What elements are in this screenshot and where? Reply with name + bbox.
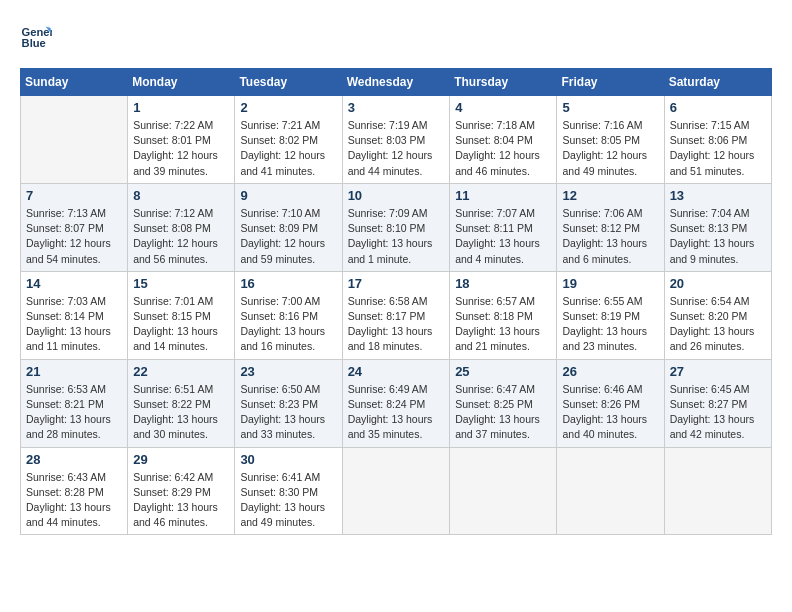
calendar-cell: 12Sunrise: 7:06 AM Sunset: 8:12 PM Dayli…: [557, 183, 664, 271]
calendar-cell: 5Sunrise: 7:16 AM Sunset: 8:05 PM Daylig…: [557, 96, 664, 184]
day-number: 20: [670, 276, 766, 291]
calendar-cell: 20Sunrise: 6:54 AM Sunset: 8:20 PM Dayli…: [664, 271, 771, 359]
calendar-cell: 27Sunrise: 6:45 AM Sunset: 8:27 PM Dayli…: [664, 359, 771, 447]
day-info: Sunrise: 7:12 AM Sunset: 8:08 PM Dayligh…: [133, 206, 229, 267]
logo-icon: General Blue: [20, 20, 52, 52]
day-number: 6: [670, 100, 766, 115]
week-row-2: 7Sunrise: 7:13 AM Sunset: 8:07 PM Daylig…: [21, 183, 772, 271]
calendar-cell: 9Sunrise: 7:10 AM Sunset: 8:09 PM Daylig…: [235, 183, 342, 271]
day-number: 27: [670, 364, 766, 379]
day-number: 17: [348, 276, 445, 291]
day-number: 2: [240, 100, 336, 115]
weekday-header-sunday: Sunday: [21, 69, 128, 96]
calendar-cell: 14Sunrise: 7:03 AM Sunset: 8:14 PM Dayli…: [21, 271, 128, 359]
week-row-3: 14Sunrise: 7:03 AM Sunset: 8:14 PM Dayli…: [21, 271, 772, 359]
calendar-cell: 1Sunrise: 7:22 AM Sunset: 8:01 PM Daylig…: [128, 96, 235, 184]
day-info: Sunrise: 7:16 AM Sunset: 8:05 PM Dayligh…: [562, 118, 658, 179]
day-number: 15: [133, 276, 229, 291]
weekday-header-wednesday: Wednesday: [342, 69, 450, 96]
day-info: Sunrise: 7:03 AM Sunset: 8:14 PM Dayligh…: [26, 294, 122, 355]
weekday-header-tuesday: Tuesday: [235, 69, 342, 96]
calendar-cell: 2Sunrise: 7:21 AM Sunset: 8:02 PM Daylig…: [235, 96, 342, 184]
calendar-cell: 10Sunrise: 7:09 AM Sunset: 8:10 PM Dayli…: [342, 183, 450, 271]
day-info: Sunrise: 6:57 AM Sunset: 8:18 PM Dayligh…: [455, 294, 551, 355]
day-info: Sunrise: 7:18 AM Sunset: 8:04 PM Dayligh…: [455, 118, 551, 179]
day-info: Sunrise: 6:58 AM Sunset: 8:17 PM Dayligh…: [348, 294, 445, 355]
day-number: 9: [240, 188, 336, 203]
weekday-header-row: SundayMondayTuesdayWednesdayThursdayFrid…: [21, 69, 772, 96]
calendar-cell: 29Sunrise: 6:42 AM Sunset: 8:29 PM Dayli…: [128, 447, 235, 535]
page-header: General Blue: [20, 20, 772, 52]
calendar-cell: 23Sunrise: 6:50 AM Sunset: 8:23 PM Dayli…: [235, 359, 342, 447]
day-info: Sunrise: 6:41 AM Sunset: 8:30 PM Dayligh…: [240, 470, 336, 531]
day-number: 22: [133, 364, 229, 379]
calendar-table: SundayMondayTuesdayWednesdayThursdayFrid…: [20, 68, 772, 535]
day-info: Sunrise: 6:55 AM Sunset: 8:19 PM Dayligh…: [562, 294, 658, 355]
day-number: 10: [348, 188, 445, 203]
day-number: 26: [562, 364, 658, 379]
day-info: Sunrise: 7:10 AM Sunset: 8:09 PM Dayligh…: [240, 206, 336, 267]
day-info: Sunrise: 6:46 AM Sunset: 8:26 PM Dayligh…: [562, 382, 658, 443]
calendar-cell: 7Sunrise: 7:13 AM Sunset: 8:07 PM Daylig…: [21, 183, 128, 271]
calendar-cell: 26Sunrise: 6:46 AM Sunset: 8:26 PM Dayli…: [557, 359, 664, 447]
calendar-cell: 30Sunrise: 6:41 AM Sunset: 8:30 PM Dayli…: [235, 447, 342, 535]
calendar-cell: 28Sunrise: 6:43 AM Sunset: 8:28 PM Dayli…: [21, 447, 128, 535]
calendar-cell: [450, 447, 557, 535]
weekday-header-thursday: Thursday: [450, 69, 557, 96]
day-info: Sunrise: 7:00 AM Sunset: 8:16 PM Dayligh…: [240, 294, 336, 355]
day-number: 4: [455, 100, 551, 115]
svg-text:Blue: Blue: [22, 37, 46, 49]
day-number: 14: [26, 276, 122, 291]
day-number: 23: [240, 364, 336, 379]
day-info: Sunrise: 7:04 AM Sunset: 8:13 PM Dayligh…: [670, 206, 766, 267]
calendar-cell: 3Sunrise: 7:19 AM Sunset: 8:03 PM Daylig…: [342, 96, 450, 184]
day-info: Sunrise: 7:01 AM Sunset: 8:15 PM Dayligh…: [133, 294, 229, 355]
day-number: 8: [133, 188, 229, 203]
day-number: 18: [455, 276, 551, 291]
calendar-cell: 8Sunrise: 7:12 AM Sunset: 8:08 PM Daylig…: [128, 183, 235, 271]
week-row-4: 21Sunrise: 6:53 AM Sunset: 8:21 PM Dayli…: [21, 359, 772, 447]
weekday-header-monday: Monday: [128, 69, 235, 96]
day-info: Sunrise: 6:49 AM Sunset: 8:24 PM Dayligh…: [348, 382, 445, 443]
calendar-cell: 21Sunrise: 6:53 AM Sunset: 8:21 PM Dayli…: [21, 359, 128, 447]
day-info: Sunrise: 6:53 AM Sunset: 8:21 PM Dayligh…: [26, 382, 122, 443]
calendar-cell: 16Sunrise: 7:00 AM Sunset: 8:16 PM Dayli…: [235, 271, 342, 359]
day-number: 11: [455, 188, 551, 203]
calendar-cell: 17Sunrise: 6:58 AM Sunset: 8:17 PM Dayli…: [342, 271, 450, 359]
calendar-cell: 15Sunrise: 7:01 AM Sunset: 8:15 PM Dayli…: [128, 271, 235, 359]
day-info: Sunrise: 7:21 AM Sunset: 8:02 PM Dayligh…: [240, 118, 336, 179]
day-number: 7: [26, 188, 122, 203]
day-number: 3: [348, 100, 445, 115]
day-number: 12: [562, 188, 658, 203]
day-number: 29: [133, 452, 229, 467]
day-info: Sunrise: 6:50 AM Sunset: 8:23 PM Dayligh…: [240, 382, 336, 443]
calendar-cell: 24Sunrise: 6:49 AM Sunset: 8:24 PM Dayli…: [342, 359, 450, 447]
day-info: Sunrise: 7:13 AM Sunset: 8:07 PM Dayligh…: [26, 206, 122, 267]
calendar-cell: 22Sunrise: 6:51 AM Sunset: 8:22 PM Dayli…: [128, 359, 235, 447]
calendar-cell: 11Sunrise: 7:07 AM Sunset: 8:11 PM Dayli…: [450, 183, 557, 271]
day-info: Sunrise: 7:06 AM Sunset: 8:12 PM Dayligh…: [562, 206, 658, 267]
day-info: Sunrise: 6:47 AM Sunset: 8:25 PM Dayligh…: [455, 382, 551, 443]
day-info: Sunrise: 6:54 AM Sunset: 8:20 PM Dayligh…: [670, 294, 766, 355]
calendar-cell: [342, 447, 450, 535]
day-number: 28: [26, 452, 122, 467]
calendar-cell: [21, 96, 128, 184]
calendar-cell: 13Sunrise: 7:04 AM Sunset: 8:13 PM Dayli…: [664, 183, 771, 271]
calendar-cell: [557, 447, 664, 535]
calendar-cell: 6Sunrise: 7:15 AM Sunset: 8:06 PM Daylig…: [664, 96, 771, 184]
day-info: Sunrise: 7:19 AM Sunset: 8:03 PM Dayligh…: [348, 118, 445, 179]
week-row-1: 1Sunrise: 7:22 AM Sunset: 8:01 PM Daylig…: [21, 96, 772, 184]
day-number: 24: [348, 364, 445, 379]
day-info: Sunrise: 7:07 AM Sunset: 8:11 PM Dayligh…: [455, 206, 551, 267]
day-number: 19: [562, 276, 658, 291]
calendar-cell: [664, 447, 771, 535]
day-info: Sunrise: 7:09 AM Sunset: 8:10 PM Dayligh…: [348, 206, 445, 267]
day-info: Sunrise: 6:43 AM Sunset: 8:28 PM Dayligh…: [26, 470, 122, 531]
weekday-header-saturday: Saturday: [664, 69, 771, 96]
day-number: 1: [133, 100, 229, 115]
day-info: Sunrise: 7:15 AM Sunset: 8:06 PM Dayligh…: [670, 118, 766, 179]
day-info: Sunrise: 7:22 AM Sunset: 8:01 PM Dayligh…: [133, 118, 229, 179]
logo: General Blue: [20, 20, 56, 52]
day-number: 25: [455, 364, 551, 379]
week-row-5: 28Sunrise: 6:43 AM Sunset: 8:28 PM Dayli…: [21, 447, 772, 535]
